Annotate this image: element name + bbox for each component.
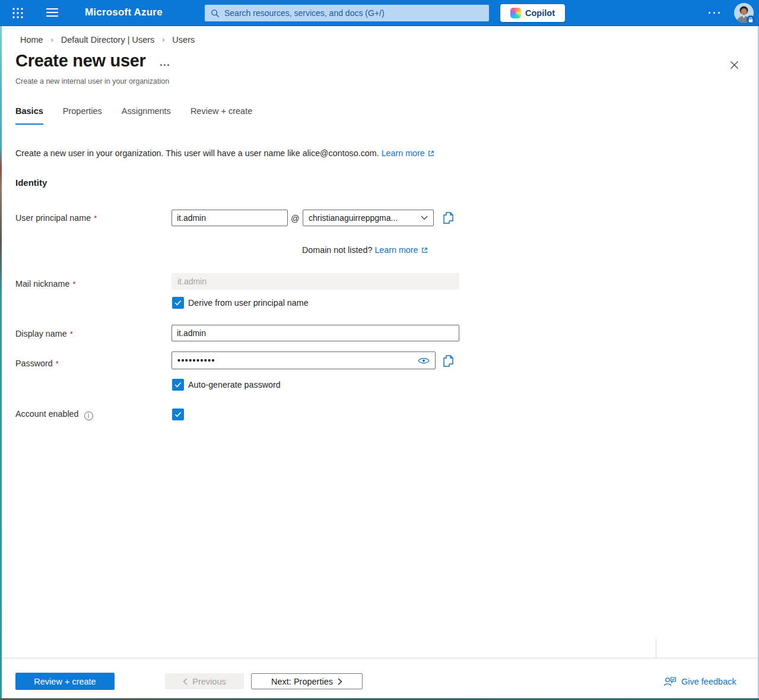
breadcrumb-home[interactable]: Home xyxy=(20,35,43,45)
page-title: Create new user xyxy=(15,51,146,71)
account-enabled-label: Account enabledi xyxy=(15,409,93,420)
checkbox-checked-icon xyxy=(172,379,184,391)
app-launcher-icon[interactable] xyxy=(12,7,24,19)
account-enabled-checkbox[interactable] xyxy=(172,408,184,420)
give-feedback-label: Give feedback xyxy=(681,677,736,686)
copy-icon xyxy=(442,354,455,368)
upn-label: User principal name xyxy=(15,213,97,223)
chevron-left-icon xyxy=(183,678,188,685)
display-name-label: Display name xyxy=(15,329,73,338)
checkbox-checked-icon xyxy=(172,408,184,420)
domain-learn-more-label: Learn more xyxy=(374,245,418,255)
tab-bar: Basics Properties Assignments Review + c… xyxy=(15,106,252,125)
intro-sentence: Create a new user in your organization. … xyxy=(15,148,379,158)
avatar[interactable] xyxy=(734,3,754,23)
top-bar: Microsoft Azure Search resources, servic… xyxy=(0,0,759,26)
tab-properties[interactable]: Properties xyxy=(63,106,102,125)
background-sliver-left xyxy=(0,26,2,700)
domain-select-value: christianaguirreppgma... xyxy=(309,213,398,223)
upn-input[interactable] xyxy=(172,210,288,226)
copilot-icon xyxy=(510,8,521,18)
account-enabled-text: Account enabled xyxy=(15,409,79,419)
domain-select[interactable]: christianaguirreppgma... xyxy=(303,210,434,226)
chevron-down-icon xyxy=(421,216,428,220)
password-input[interactable]: •••••••••• xyxy=(172,351,436,369)
breadcrumb: Home › Default Directory | Users › Users xyxy=(20,35,195,45)
chevron-right-icon xyxy=(338,678,342,685)
copy-password-button[interactable] xyxy=(442,354,455,368)
give-feedback-link[interactable]: Give feedback xyxy=(663,676,736,686)
info-icon[interactable]: i xyxy=(84,411,93,420)
page-subtitle: Create a new internal user in your organ… xyxy=(15,77,169,85)
close-icon[interactable] xyxy=(728,58,741,71)
external-link-icon xyxy=(421,246,428,256)
auto-generate-password-label: Auto-generate password xyxy=(188,380,281,389)
intro-text: Create a new user in your organization. … xyxy=(15,148,435,159)
feedback-icon xyxy=(663,676,677,686)
learn-more-link[interactable]: Learn more xyxy=(382,148,435,158)
previous-label: Previous xyxy=(192,677,226,686)
domain-learn-more-link[interactable]: Learn more xyxy=(374,245,428,255)
copilot-button[interactable]: Copilot xyxy=(500,4,565,22)
password-masked-value: •••••••••• xyxy=(177,356,418,365)
waffle-grid-icon xyxy=(12,7,24,19)
breadcrumb-directory-users[interactable]: Default Directory | Users xyxy=(61,35,155,45)
breadcrumb-separator-icon: › xyxy=(51,36,53,44)
learn-more-label: Learn more xyxy=(382,148,425,158)
show-password-eye-icon[interactable] xyxy=(418,357,430,365)
lock-badge-icon xyxy=(747,15,755,24)
footer-divider-tick xyxy=(656,639,656,658)
footer-action-bar: Review + create Previous Next: Propertie… xyxy=(0,658,759,700)
brand-title[interactable]: Microsoft Azure xyxy=(85,7,163,18)
display-name-input[interactable] xyxy=(172,325,459,341)
domain-note: Domain not listed? Learn more xyxy=(302,245,428,256)
review-create-button[interactable]: Review + create xyxy=(15,673,115,690)
more-options-icon[interactable] xyxy=(709,12,720,14)
auto-generate-password-checkbox[interactable]: Auto-generate password xyxy=(172,379,281,391)
derive-from-upn-label: Derive from user principal name xyxy=(188,298,309,308)
copy-upn-button[interactable] xyxy=(442,211,455,224)
external-link-icon xyxy=(427,150,435,159)
password-label: Password xyxy=(15,359,59,368)
previous-button: Previous xyxy=(165,673,244,689)
identity-section-heading: Identity xyxy=(15,178,47,188)
tab-basics[interactable]: Basics xyxy=(15,106,43,125)
breadcrumb-users[interactable]: Users xyxy=(172,35,195,45)
mail-nickname-label: Mail nickname xyxy=(15,279,75,289)
tab-review-create[interactable]: Review + create xyxy=(190,106,252,125)
mail-nickname-input: it.admin xyxy=(172,273,459,290)
breadcrumb-separator-icon: › xyxy=(162,36,164,44)
tab-assignments[interactable]: Assignments xyxy=(122,106,171,125)
azure-portal-page: Microsoft Azure Search resources, servic… xyxy=(0,0,759,700)
next-properties-button[interactable]: Next: Properties xyxy=(251,673,363,689)
global-search-input[interactable]: Search resources, services, and docs (G+… xyxy=(205,5,489,21)
domain-note-text: Domain not listed? xyxy=(302,245,372,255)
search-icon xyxy=(211,9,220,18)
derive-from-upn-checkbox[interactable]: Derive from user principal name xyxy=(172,297,309,309)
copy-icon xyxy=(442,211,455,224)
title-more-options-icon[interactable] xyxy=(158,62,172,68)
next-label: Next: Properties xyxy=(271,677,333,686)
menu-icon[interactable] xyxy=(46,8,58,18)
at-separator: @ xyxy=(291,214,300,223)
copilot-label: Copilot xyxy=(525,8,555,18)
search-placeholder: Search resources, services, and docs (G+… xyxy=(224,8,385,18)
checkbox-checked-icon xyxy=(172,297,184,309)
